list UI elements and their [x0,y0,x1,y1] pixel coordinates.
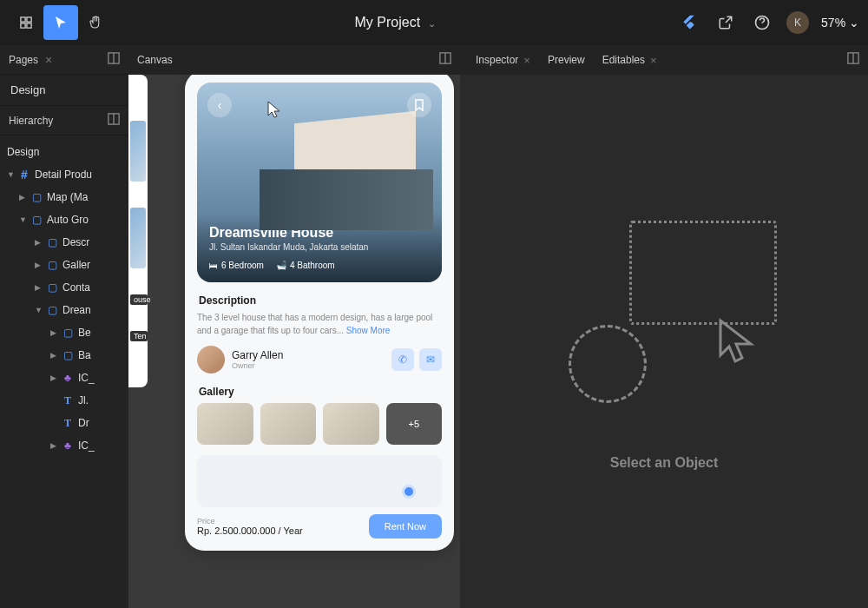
gallery-thumb[interactable] [260,403,317,445]
right-tabs: Inspector× Preview Editables× [460,45,868,75]
price-label: Price [197,517,303,525]
hero-image: ‹ Dreamsville House Jl. Sultan Iskandar … [197,83,442,282]
close-icon[interactable]: × [45,53,52,67]
component-icon: ♣ [61,372,75,384]
bookmark-button[interactable] [407,93,431,117]
frame-icon: ▢ [61,327,75,339]
svg-rect-2 [21,23,25,28]
property-address: Jl. Sultan Iskandar Muda, Jakarta selata… [209,242,430,252]
tree-item[interactable]: ▶▢Be [0,321,128,344]
svg-rect-1 [27,17,31,22]
list-thumb [130,121,146,182]
description-text: The 3 level house that has a modern desi… [197,312,442,337]
show-more-link[interactable]: Show More [346,326,391,335]
dashed-rectangle-icon [629,221,777,325]
hierarchy-label: Hierarchy [9,115,53,127]
hierarchy-tree: Design ▼#Detail Produ ▶▢Map (Ma ▼▢Auto G… [0,135,128,608]
inspector-tab[interactable]: Inspector× [469,54,537,67]
text-icon: T [61,417,75,430]
pages-tab[interactable]: Pages × [0,45,128,75]
layout-icon [108,52,120,64]
hero-overlay: Dreamsville House Jl. Sultan Iskandar Mu… [197,213,442,282]
gallery-row: +5 [197,403,442,445]
price-row: Price Rp. 2.500.000.000 / Year Rent Now [197,514,442,539]
tree-item-detail[interactable]: ▼#Detail Produ [0,163,128,186]
list-thumb [130,208,146,268]
hand-tool-button[interactable] [78,5,113,40]
dashed-circle-icon [569,325,647,403]
mobile-frame[interactable]: ‹ Dreamsville House Jl. Sultan Iskandar … [185,75,454,551]
canvas-tab[interactable]: Canvas [137,54,173,66]
rent-now-button[interactable]: Rent Now [369,514,442,539]
bedroom-count: 🛏 6 Bedroom [209,261,264,270]
external-link-button[interactable] [713,10,738,35]
tree-item[interactable]: TJl. [0,389,128,412]
select-tool-button[interactable] [43,5,78,40]
flutter-icon [681,14,698,31]
tree-item[interactable]: ▶▢Ba [0,344,128,367]
preview-tab[interactable]: Preview [541,54,592,66]
owner-avatar [197,346,225,373]
tree-item[interactable]: ▶♣IC_ [0,434,128,457]
strip-label: Ten [130,331,148,341]
flutter-button[interactable] [677,10,701,35]
tree-root[interactable]: Design [0,141,128,163]
placeholder-text: Select an Object [610,455,719,471]
grid-view-button[interactable] [9,5,43,40]
tree-item[interactable]: ▶▢Descr [0,231,128,254]
text-icon: T [61,394,75,407]
tree-item[interactable]: ▶▢Conta [0,276,128,299]
hierarchy-header: Hierarchy [0,106,128,135]
tree-item-autogroup[interactable]: ▼▢Auto Gro [0,208,128,231]
phone-icon: ✆ [398,354,407,366]
frame-icon: # [17,168,31,182]
tree-item[interactable]: ▶♣IC_ [0,367,128,389]
panel-layout-button[interactable] [108,52,120,67]
tree-item-map[interactable]: ▶▢Map (Ma [0,186,128,208]
gallery-heading: Gallery [199,386,440,398]
project-title-dropdown[interactable]: My Project ⌄ [113,15,677,30]
cursor-icon [53,15,69,30]
bookmark-icon [414,99,424,111]
pages-tab-label: Pages [9,54,38,66]
gallery-thumb[interactable] [197,403,253,445]
page-item-design[interactable]: Design [0,75,128,106]
canvas-viewport[interactable]: ouse Ten ‹ Dreamsville House Jl. Sultan … [128,75,460,608]
frame-icon: ▢ [45,304,59,316]
call-button[interactable]: ✆ [391,348,414,371]
tree-item[interactable]: ▶▢Galler [0,254,128,276]
adjacent-frame-strip: ouse Ten [128,75,148,387]
hand-icon [88,15,103,30]
chevron-down-icon: ⌄ [849,16,859,30]
chevron-down-icon: ⌄ [428,18,436,29]
description-heading: Description [199,294,440,307]
right-sidebar: Inspector× Preview Editables× Select an … [460,45,868,608]
strip-label: ouse [130,294,148,305]
bathroom-count: 🛁 4 Bathroom [276,261,335,270]
panel-layout-button[interactable] [108,113,120,128]
gallery-thumb[interactable] [323,403,379,445]
tree-item[interactable]: ▼▢Drean [0,299,128,321]
property-title: Dreamsville House [209,225,430,241]
gallery-more-button[interactable]: +5 [386,403,443,445]
back-button[interactable]: ‹ [207,93,232,117]
message-button[interactable]: ✉ [419,348,442,371]
close-icon[interactable]: × [650,54,657,67]
panel-layout-button[interactable] [439,52,451,68]
top-toolbar: My Project ⌄ K 57% ⌄ [0,0,868,45]
layout-icon [108,113,120,125]
price-value: Rp. 2.500.000.000 / Year [197,525,303,536]
canvas-panel: Canvas ouse Ten ‹ [128,45,460,608]
tree-item[interactable]: TDr [0,412,128,434]
close-icon[interactable]: × [523,54,530,67]
editables-tab[interactable]: Editables× [595,54,664,67]
map-preview[interactable] [197,455,442,507]
canvas-tabs: Canvas [128,45,460,75]
svg-rect-3 [27,23,31,28]
zoom-control[interactable]: 57% ⌄ [821,16,859,30]
user-avatar[interactable]: K [786,11,809,34]
panel-layout-button[interactable] [847,52,859,68]
frame-icon: ▢ [45,236,59,248]
help-button[interactable] [750,10,774,35]
layout-icon [439,52,451,64]
